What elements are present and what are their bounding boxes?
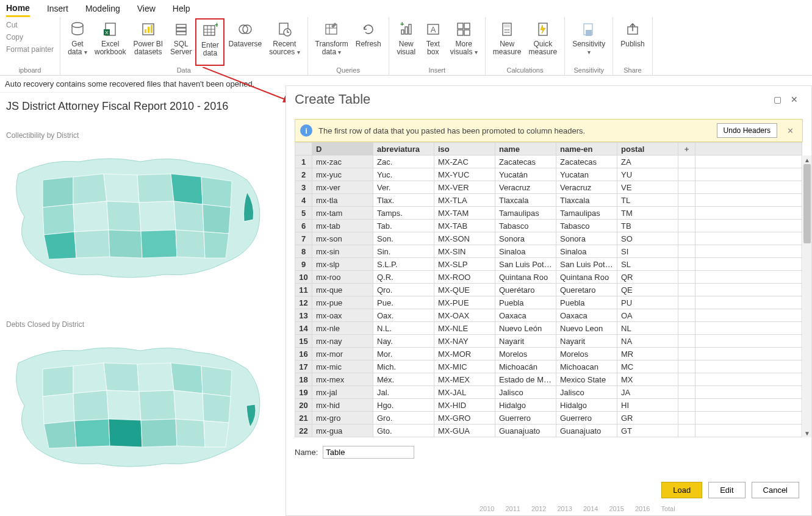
cell[interactable]: Jalisco [495, 386, 556, 399]
cell[interactable]: Pue. [373, 296, 434, 309]
cell[interactable]: mx-son [312, 232, 373, 245]
cell[interactable]: mx-nay [312, 335, 373, 348]
cell[interactable]: SO [617, 232, 678, 245]
cell[interactable]: Gto. [373, 425, 434, 437]
col-header[interactable]: postal [617, 143, 678, 156]
cell[interactable]: Morelos [556, 348, 617, 360]
text-box-button[interactable]: A Text box [420, 18, 447, 66]
row-number[interactable]: 13 [295, 309, 312, 322]
refresh-button[interactable]: Refresh [352, 18, 385, 66]
table-row[interactable]: 3mx-verVer.MX-VERVeracruzVeracruzVE [295, 181, 802, 194]
cell[interactable]: Yuc. [373, 168, 434, 181]
new-measure-button[interactable]: New measure [489, 18, 525, 66]
table-row[interactable]: 1mx-zacZac.MX-ZACZacatecasZacatecasZA [295, 156, 802, 168]
edit-button[interactable]: Edit [708, 482, 745, 498]
cell[interactable]: NL [617, 322, 678, 335]
publish-button[interactable]: Publish [617, 18, 648, 66]
cell[interactable]: TB [617, 220, 678, 232]
col-header[interactable]: abreviatura [373, 143, 434, 156]
row-number[interactable]: 2 [295, 168, 312, 181]
cell[interactable]: SL [617, 258, 678, 271]
cell[interactable]: GT [617, 425, 678, 437]
cell[interactable]: MX-ZAC [434, 156, 495, 168]
row-number[interactable]: 14 [295, 322, 312, 335]
cell[interactable]: GR [617, 412, 678, 425]
tab-home[interactable]: Home [6, 1, 30, 17]
cell[interactable]: MX-ROO [434, 271, 495, 284]
transform-data-button[interactable]: Transform data ▾ [312, 18, 352, 66]
table-row[interactable]: 17mx-micMich.MX-MICMichoacánMichoacanMC [295, 360, 802, 373]
table-row[interactable]: 6mx-tabTab.MX-TABTabascoTabascoTB [295, 220, 802, 232]
cell[interactable]: Oaxaca [556, 309, 617, 322]
cell[interactable]: mx-jal [312, 386, 373, 399]
cell[interactable]: JA [617, 386, 678, 399]
tab-modeling[interactable]: Modeling [85, 1, 120, 16]
cell[interactable]: N.L. [373, 322, 434, 335]
cell[interactable]: Tlaxcala [495, 194, 556, 207]
new-visual-button[interactable]: + New visual [393, 18, 420, 66]
table-row[interactable]: 13mx-oaxOax.MX-OAXOaxacaOaxacaOA [295, 309, 802, 322]
cell[interactable]: Tab. [373, 220, 434, 232]
cell[interactable]: MX-TLA [434, 194, 495, 207]
cell[interactable]: MX-QUE [434, 284, 495, 296]
cell[interactable]: mx-pue [312, 296, 373, 309]
row-number[interactable]: 6 [295, 220, 312, 232]
cell[interactable]: Jal. [373, 386, 434, 399]
cell[interactable]: MX-SIN [434, 245, 495, 258]
table-row[interactable]: 4mx-tlaTlax.MX-TLATlaxcalaTlaxcalaTL [295, 194, 802, 207]
cell[interactable]: MX-HID [434, 399, 495, 412]
row-number[interactable]: 15 [295, 335, 312, 348]
cell[interactable]: Guanajuato [495, 425, 556, 437]
cell[interactable]: Querétaro [495, 284, 556, 296]
cell[interactable]: Guerrero [495, 412, 556, 425]
table-row[interactable]: 2mx-yucYuc.MX-YUCYucatánYucatanYU [295, 168, 802, 181]
cell[interactable]: TM [617, 207, 678, 220]
table-row[interactable]: 18mx-mexMéx.MX-MEXEstado de Méxi…Mexico … [295, 373, 802, 386]
data-grid[interactable]: D abreviatura iso name name-en postal + … [295, 142, 803, 437]
cell[interactable]: MX-TAM [434, 207, 495, 220]
cell[interactable]: Michoacan [556, 360, 617, 373]
row-number[interactable]: 17 [295, 360, 312, 373]
row-number[interactable]: 1 [295, 156, 312, 168]
copy-button[interactable]: Copy [4, 32, 56, 43]
vertical-scrollbar[interactable]: ▲ ▼ [803, 156, 811, 437]
row-number[interactable]: 5 [295, 207, 312, 220]
cell[interactable]: mx-nle [312, 322, 373, 335]
load-button[interactable]: Load [661, 482, 702, 498]
cell[interactable]: S.L.P. [373, 258, 434, 271]
add-column-button[interactable]: + [678, 143, 695, 156]
cell[interactable]: MX-MIC [434, 360, 495, 373]
cell[interactable]: QR [617, 271, 678, 284]
cell[interactable]: mx-ver [312, 181, 373, 194]
cell[interactable]: mx-roo [312, 271, 373, 284]
cell[interactable]: Sonora [556, 232, 617, 245]
cell[interactable]: Yucatán [495, 168, 556, 181]
info-close-button[interactable]: ✕ [783, 126, 797, 135]
cell[interactable]: Zacatecas [495, 156, 556, 168]
sql-server-button[interactable]: SQL Server [167, 18, 195, 66]
cell[interactable]: MX-OAX [434, 309, 495, 322]
cell[interactable]: Nay. [373, 335, 434, 348]
cell[interactable]: mx-que [312, 284, 373, 296]
cell[interactable]: San Luis Potosí [495, 258, 556, 271]
cell[interactable]: VE [617, 181, 678, 194]
tab-insert[interactable]: Insert [47, 1, 68, 16]
cell[interactable]: Estado de Méxi… [495, 373, 556, 386]
cell[interactable]: mx-yuc [312, 168, 373, 181]
cell[interactable]: Son. [373, 232, 434, 245]
cell[interactable]: MX-SLP [434, 258, 495, 271]
cell[interactable]: MX-PUE [434, 296, 495, 309]
cell[interactable]: Quintana Roo [495, 271, 556, 284]
cell[interactable]: Yucatan [556, 168, 617, 181]
cell[interactable]: MX-TAB [434, 220, 495, 232]
tab-view[interactable]: View [137, 1, 156, 16]
cell[interactable]: MX-YUC [434, 168, 495, 181]
cell[interactable]: Zacatecas [556, 156, 617, 168]
cell[interactable]: mx-tla [312, 194, 373, 207]
cut-button[interactable]: Cut [4, 20, 56, 30]
cell[interactable]: Méx. [373, 373, 434, 386]
cell[interactable]: Q.R. [373, 271, 434, 284]
dialog-restore-button[interactable]: ▢ [769, 91, 786, 108]
cell[interactable]: mx-zac [312, 156, 373, 168]
recent-sources-button[interactable]: Recent sources ▾ [265, 18, 303, 66]
